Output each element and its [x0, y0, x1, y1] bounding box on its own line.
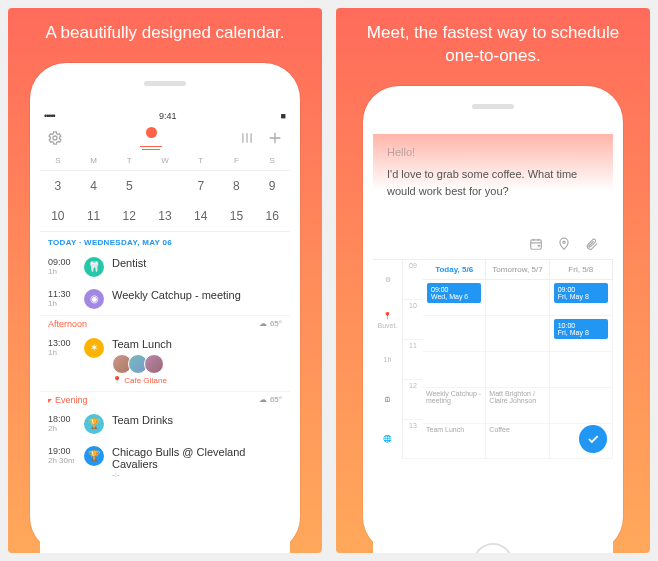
calendar-day[interactable]: 7	[183, 171, 219, 201]
time-slot[interactable]: Matt Brighton / Claire Johnson	[486, 388, 549, 423]
time-slot[interactable]: Coffee	[486, 424, 549, 459]
calendar-day[interactable]: 12	[111, 201, 147, 231]
weather-icon: ☁ 65°	[259, 395, 282, 404]
calendar-day[interactable]: 15	[219, 201, 255, 231]
time-slot[interactable]	[486, 280, 549, 315]
time-slot[interactable]: 09:00Wed, May 6	[423, 280, 486, 315]
time-slot[interactable]	[486, 316, 549, 351]
avatar	[144, 354, 164, 374]
event-row[interactable]: 18:002h 🏆 Team Drinks	[40, 408, 290, 440]
event-row[interactable]: 11:301h ◉ Weekly Catchup - meeting	[40, 283, 290, 315]
schedule-sidebar: ⚙ 📍Buvet. 1h 🗓 🌐	[373, 260, 403, 459]
weekday: T	[111, 153, 147, 168]
event-title: Team Drinks	[112, 414, 282, 426]
calendar-day[interactable]: 3	[40, 171, 76, 201]
phone-screen: ••••• 9:41 ■	[40, 109, 290, 553]
day-tab[interactable]: Fri, 5/8	[550, 260, 613, 279]
selected-slot[interactable]: 09:00Wed, May 6	[427, 283, 481, 303]
event-icon: ✶	[84, 338, 104, 358]
status-bar: ••••• 9:41 ■	[40, 109, 290, 123]
toolbar	[40, 123, 290, 151]
weekday: S	[40, 153, 76, 168]
time-slot[interactable]	[423, 352, 486, 387]
event-title: Team Lunch	[112, 338, 282, 350]
event-score: -:-	[112, 470, 282, 479]
signal-icon: •••••	[44, 111, 55, 121]
sidebar-settings[interactable]: ⚙	[373, 260, 402, 300]
weather-icon: ☁ 65°	[259, 319, 282, 328]
chat-greeting: Hello!	[387, 144, 599, 161]
status-time: 9:41	[159, 111, 177, 121]
schedule-main: Today, 5/6 Tomorrow, 5/7 Fri, 5/8 09:00W…	[423, 260, 613, 459]
sidebar-timezone[interactable]: 🌐	[373, 420, 402, 460]
time-slot[interactable]: 09:00Fri, May 8	[550, 280, 613, 315]
sidebar-calendar[interactable]: 🗓	[373, 380, 402, 420]
time-slot[interactable]	[550, 388, 613, 423]
time-slot[interactable]: Team Lunch	[423, 424, 486, 459]
today-header: TODAY · WEDNESDAY, MAY 06	[40, 231, 290, 251]
attendee-avatars	[112, 354, 282, 374]
phone-frame: Hello! I'd love to grab some coffee. Wha…	[363, 86, 623, 553]
sidebar-location[interactable]: 📍Buvet.	[373, 300, 402, 340]
event-location: 📍 Cafe Gitane	[112, 376, 282, 385]
phone-frame: ••••• 9:41 ■	[30, 63, 300, 553]
time-slot[interactable]	[550, 352, 613, 387]
day-tab[interactable]: Tomorrow, 5/7	[486, 260, 549, 279]
calendar-day[interactable]: 10	[40, 201, 76, 231]
location-attach-icon[interactable]	[557, 237, 571, 251]
schedule-day-header: Today, 5/6 Tomorrow, 5/7 Fri, 5/8	[423, 260, 613, 280]
event-icon: 🏆	[84, 446, 104, 466]
calendar-row: 10 11 12 13 14 15 16	[40, 201, 290, 231]
app-logo	[140, 127, 162, 149]
promo-panel-calendar: A beautifully designed calendar. ••••• 9…	[8, 8, 322, 553]
calendar-day[interactable]: 11	[76, 201, 112, 231]
weekday: F	[219, 153, 255, 168]
weekday: W	[147, 153, 183, 168]
event-row[interactable]: 19:002h 30m 🏆 Chicago Bulls @ Cleveland …	[40, 440, 290, 485]
gear-icon[interactable]	[46, 129, 64, 147]
sidebar-duration[interactable]: 1h	[373, 340, 402, 380]
chat-message: I'd love to grab some coffee. What time …	[387, 166, 599, 199]
time-slot[interactable]: Weekly Catchup - meeting	[423, 388, 486, 423]
event-icon: 🦷	[84, 257, 104, 277]
phone-screen: Hello! I'd love to grab some coffee. Wha…	[373, 134, 613, 553]
selected-slot[interactable]: 10:00Fri, May 8	[554, 319, 608, 339]
promo-panel-meet: Meet, the fastest way to schedule one-to…	[336, 8, 650, 553]
weekday: T	[183, 153, 219, 168]
attachment-icon[interactable]	[585, 237, 599, 251]
calendar-day[interactable]: 9	[254, 171, 290, 201]
selected-slot[interactable]: 09:00Fri, May 8	[554, 283, 608, 303]
event-row[interactable]: 13:001h ✶ Team Lunch 📍 Cafe Gitane	[40, 332, 290, 391]
event-title: Dentist	[112, 257, 282, 269]
calendar-day[interactable]: 13	[147, 201, 183, 231]
event-icon: 🏆	[84, 414, 104, 434]
calendar-day[interactable]: 14	[183, 201, 219, 231]
calendar-day[interactable]: 8	[219, 171, 255, 201]
calendar-row: 3 4 5 6 7 8 9	[40, 171, 290, 201]
weekday: M	[76, 153, 112, 168]
calendar-day[interactable]: 16	[254, 201, 290, 231]
afternoon-header: Afternoon ☁ 65°	[40, 315, 290, 332]
calendar-day-today[interactable]: 6	[147, 171, 183, 201]
attach-bar	[373, 229, 613, 259]
event-row[interactable]: 09:001h 🦷 Dentist	[40, 251, 290, 283]
calendar-day[interactable]: 5	[111, 171, 147, 201]
headline: Meet, the fastest way to schedule one-to…	[336, 22, 650, 68]
weekday: S	[254, 153, 290, 168]
event-title: Weekly Catchup - meeting	[112, 289, 282, 301]
svg-rect-0	[531, 240, 542, 249]
event-title: Chicago Bulls @ Cleveland Cavaliers	[112, 446, 282, 470]
evening-header: Evening ☁ 65°	[40, 391, 290, 408]
time-slot[interactable]	[486, 352, 549, 387]
list-view-icon[interactable]	[238, 129, 256, 147]
time-slot[interactable]: 10:00Fri, May 8	[550, 316, 613, 351]
battery-icon: ■	[281, 111, 286, 121]
day-tab[interactable]: Today, 5/6	[423, 260, 486, 279]
weekday-header: S M T W T F S	[40, 151, 290, 171]
calendar-day[interactable]: 4	[76, 171, 112, 201]
calendar-attach-icon[interactable]	[529, 237, 543, 251]
time-slot[interactable]	[423, 316, 486, 351]
add-icon[interactable]	[266, 129, 284, 147]
event-icon: ◉	[84, 289, 104, 309]
chat-area: Hello! I'd love to grab some coffee. Wha…	[373, 134, 613, 230]
